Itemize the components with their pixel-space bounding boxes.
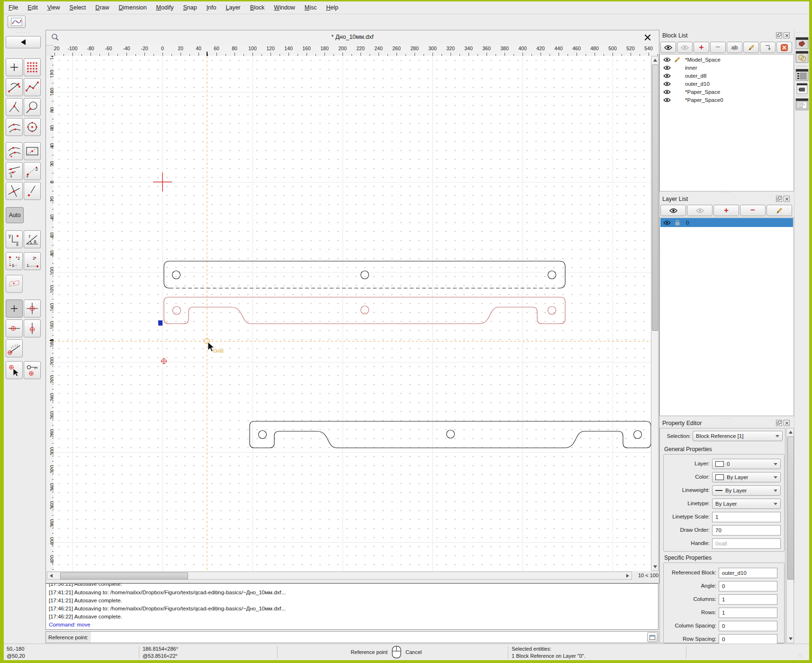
drawing-viewport[interactable]: Grid [54,56,651,571]
remove-layer-button[interactable]: − [740,205,766,216]
layer-hide-all-button[interactable] [687,205,713,216]
restrict-orthogonal-button[interactable] [24,300,41,318]
restrict-vertical-button[interactable] [24,319,41,337]
menu-window[interactable]: Window [269,4,299,11]
menu-info[interactable]: Info [202,4,221,11]
layer-list-close-icon[interactable] [784,196,790,202]
menu-misc[interactable]: Misc [300,4,322,11]
columns-input[interactable]: 1 [719,594,777,605]
visible-eye-icon[interactable] [663,57,671,62]
linetype-scale-input[interactable]: 1 [712,512,781,522]
angle-input[interactable]: 0 [719,581,777,591]
visible-eye-icon[interactable] [663,73,671,78]
menu-file[interactable]: File [4,4,23,11]
snap-perpendicular-button[interactable] [6,98,23,116]
add-layer-button[interactable]: + [713,205,739,216]
free-snap-button[interactable] [6,58,23,76]
snap-entity-handle-button[interactable] [24,98,41,116]
strip-handle[interactable]: ····· [796,30,808,35]
add-block-button[interactable]: + [694,42,709,53]
block-list-close-icon[interactable] [784,32,790,38]
property-editor-scrollbar[interactable] [786,428,794,643]
restrict-off-button[interactable] [6,300,23,318]
set-relative-zero-button[interactable] [6,361,23,379]
snap-ortho-button[interactable] [24,182,41,200]
linetype-combo[interactable]: By Layer [712,499,781,509]
visible-eye-icon[interactable] [663,65,671,70]
command-line-panel-icon[interactable] [796,83,808,96]
scroll-up-icon[interactable] [653,59,657,62]
grid-snap-button[interactable] [24,58,41,76]
snap-intersection-button[interactable] [6,182,23,200]
plate-bottom-entity[interactable] [250,421,651,448]
menu-help[interactable]: Help [322,4,343,11]
snap-xy-coordinate-button[interactable]: yx [6,230,23,248]
menu-modify[interactable]: Modify [152,4,179,11]
command-input[interactable] [91,632,647,643]
block-row-paper-space[interactable]: *Paper_Space [660,88,793,96]
visible-eye-icon[interactable] [663,98,671,102]
scroll-down-icon[interactable] [789,637,793,640]
menu-edit[interactable]: Edit [23,4,43,11]
panel-splitter[interactable]: ······ [718,416,732,420]
block-row-outer-d8[interactable]: outer_d8 [660,72,793,80]
block-row-inner[interactable]: inner [660,64,793,72]
rows-input[interactable]: 1 [719,608,777,618]
insert-block-button[interactable] [760,42,776,53]
menu-layer[interactable]: Layer [221,4,245,11]
vertical-scrollbar-thumb[interactable] [652,64,659,331]
row-spacing-input[interactable]: 0 [719,634,777,645]
color-combo[interactable]: By Layer [712,472,781,482]
drawing-window-titlebar[interactable]: * Дно_10мм.dxf [46,30,659,45]
snap-middle-button[interactable] [6,142,23,160]
scroll-down-icon[interactable] [653,565,657,568]
lineweight-combo[interactable]: By Layer [712,485,781,496]
property-scrollbar-thumb[interactable] [787,436,794,580]
scroll-left-icon[interactable] [50,574,53,578]
block-row-paper-space0[interactable]: *Paper_Space0 [660,96,793,104]
reference-point-handle[interactable] [158,320,162,326]
snap-restrict-tool-button[interactable] [6,275,23,293]
plate-selected-entity[interactable] [164,297,565,324]
command-history[interactable]: [17:36:22] Autosave complete. [17:41:21]… [45,583,659,630]
menu-select[interactable]: Select [65,4,91,11]
snap-reference-button[interactable] [24,142,41,160]
layer-combo[interactable]: 0 [712,459,781,469]
menu-dimension[interactable]: Dimension [114,4,152,11]
property-editor-close-icon[interactable] [784,420,790,426]
edit-block-button[interactable] [743,42,759,53]
block-row-model-space[interactable]: *Model_Space [660,55,793,64]
block-hide-all-button[interactable] [677,42,693,53]
app-tool-button[interactable] [8,16,26,28]
selection-combo[interactable]: Block Reference [1] [693,431,783,441]
horizontal-scrollbar[interactable] [47,572,632,580]
visible-eye-icon[interactable] [663,220,671,225]
menu-snap[interactable]: Snap [178,4,201,11]
snap-tangent-button[interactable] [6,118,23,136]
draw-order-input[interactable]: 70 [712,525,781,536]
layer-list-float-icon[interactable] [776,196,782,202]
back-button[interactable] [6,36,41,48]
restrict-angle-button[interactable] [6,339,23,357]
lock-relative-zero-button[interactable] [24,361,41,379]
layer-list-panel-icon[interactable] [795,51,809,65]
visible-eye-icon[interactable] [663,82,671,86]
snap-auto-button[interactable]: Auto [6,207,24,223]
block-show-all-button[interactable] [660,42,676,53]
snap-distance-manual-button[interactable]: 12 [24,162,41,180]
resize-grip[interactable]: ∷ [799,654,803,658]
toolbar-handle[interactable]: ······ [16,30,30,35]
restrict-horizontal-button[interactable] [6,319,23,337]
menu-view[interactable]: View [43,4,65,11]
library-browser-panel-icon[interactable] [795,98,809,112]
plate-top-entity[interactable] [164,261,565,288]
referenced-block-input[interactable]: outer_d10 [719,568,777,578]
column-spacing-input[interactable]: 0 [719,621,777,631]
snap-on-entity-button[interactable] [24,78,41,96]
snap-distance-button[interactable]: 1 [6,162,23,180]
remove-block-button[interactable]: − [710,42,726,53]
vertical-scrollbar[interactable] [651,56,659,571]
menu-block[interactable]: Block [245,4,270,11]
snap-relative-xy-button[interactable]: 12 [6,252,23,270]
visible-eye-icon[interactable] [663,90,671,94]
